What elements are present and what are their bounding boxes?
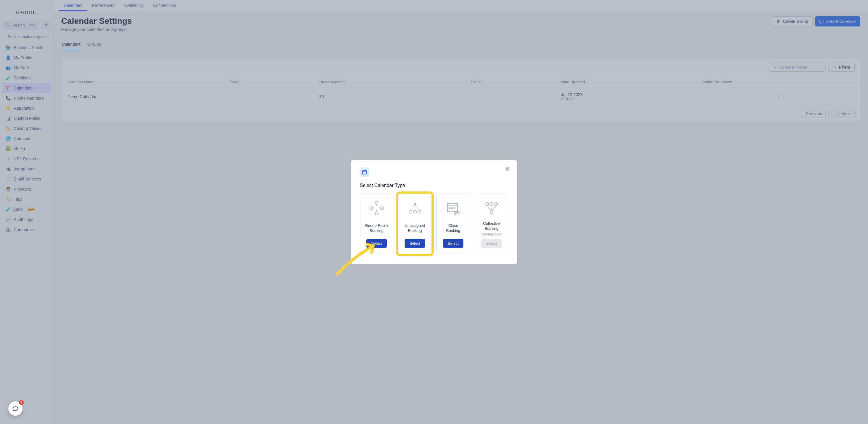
type-name: CollectiveBooking	[483, 221, 500, 231]
svg-point-32	[455, 212, 457, 215]
close-button[interactable]	[504, 166, 510, 172]
svg-point-19	[370, 207, 373, 209]
svg-point-23	[413, 210, 416, 213]
svg-point-20	[380, 207, 383, 209]
svg-point-22	[409, 210, 412, 213]
calendar-type-modal: Select Calendar Type Round RobinBooking …	[351, 160, 517, 265]
type-illustration	[483, 200, 500, 218]
modal-title: Select Calendar Type	[360, 183, 508, 188]
type-illustration	[444, 200, 462, 218]
svg-point-29	[452, 207, 453, 209]
svg-point-21	[375, 212, 378, 215]
svg-point-33	[486, 202, 489, 205]
type-select-button[interactable]: Select	[405, 239, 425, 248]
overlay: Select Calendar Type Round RobinBooking …	[0, 0, 868, 424]
chat-badge: 6	[19, 400, 24, 405]
type-card-unassigned: UnassignedBooking Select	[398, 194, 432, 255]
calendar-icon	[362, 169, 367, 175]
svg-point-28	[449, 207, 450, 209]
type-select-button[interactable]: Select	[443, 239, 463, 248]
close-icon	[504, 166, 510, 172]
type-name: ClassBooking	[446, 223, 460, 233]
type-select-button: Select	[481, 239, 501, 248]
svg-point-18	[375, 201, 378, 204]
modal-header-icon	[360, 167, 369, 177]
type-illustration	[406, 200, 424, 218]
svg-point-31	[458, 211, 460, 214]
type-coming-soon: Coming Soon	[480, 232, 502, 236]
svg-point-24	[418, 210, 421, 213]
svg-point-34	[490, 202, 493, 205]
type-card-round-robin: Round RobinBooking Select	[360, 194, 393, 255]
type-name: UnassignedBooking	[405, 223, 425, 233]
type-name: Round RobinBooking	[365, 223, 388, 233]
svg-point-35	[495, 202, 498, 205]
svg-point-25	[414, 203, 415, 204]
svg-point-36	[490, 211, 493, 214]
chat-icon	[12, 405, 19, 412]
type-card-class: ClassBooking Select	[436, 194, 470, 255]
chat-fab[interactable]: 6	[8, 401, 23, 416]
type-card-collective: CollectiveBooking Coming Soon Select	[475, 194, 508, 255]
type-select-button[interactable]: Select	[366, 239, 386, 248]
type-illustration	[368, 200, 385, 218]
svg-point-30	[454, 207, 455, 209]
svg-rect-14	[363, 170, 367, 174]
